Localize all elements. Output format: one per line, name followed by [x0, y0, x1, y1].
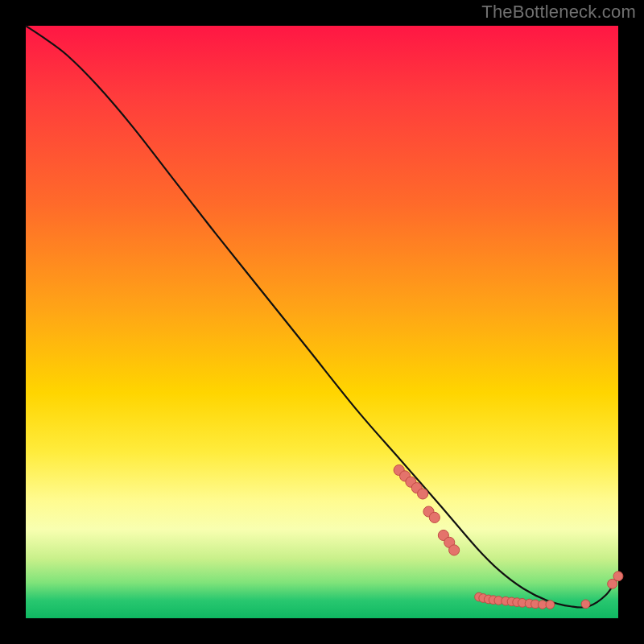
- bottleneck-curve: [26, 26, 618, 608]
- scatter-dot: [546, 601, 555, 609]
- scatter-dots: [394, 464, 623, 609]
- chart-overlay: [26, 26, 618, 618]
- plot-area: [24, 24, 620, 620]
- scatter-dot: [449, 545, 460, 555]
- chart-stage: TheBottleneck.com: [0, 0, 644, 644]
- scatter-dot: [429, 512, 440, 522]
- scatter-dot: [613, 572, 623, 581]
- scatter-dot: [418, 489, 428, 499]
- scatter-dot: [581, 600, 590, 609]
- watermark-label: TheBottleneck.com: [481, 2, 636, 23]
